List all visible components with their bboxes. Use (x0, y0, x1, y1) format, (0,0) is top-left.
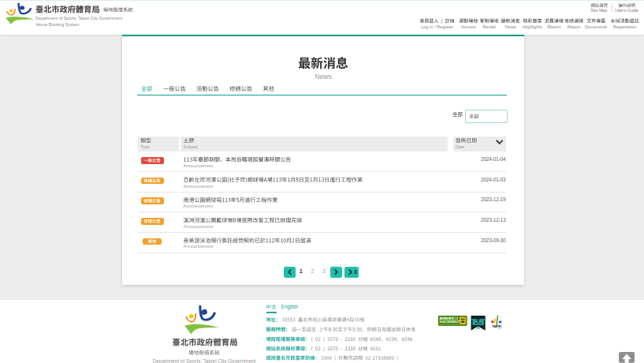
svg-text:TAIPEI: TAIPEI (492, 324, 501, 328)
svg-text:GOV: GOV (475, 320, 482, 324)
